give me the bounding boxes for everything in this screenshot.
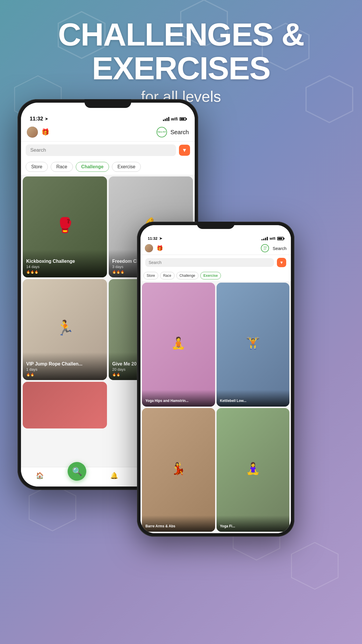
gift-icon-small[interactable]: 🎁 (157, 245, 163, 251)
search-container-small: ▼ (140, 255, 291, 270)
phone-small-notch (197, 222, 235, 229)
yes-fit-logo-small[interactable]: YESFIT (261, 244, 269, 252)
phone-notch (85, 99, 131, 108)
search-input[interactable] (26, 144, 176, 156)
svg-marker-6 (291, 542, 338, 589)
logo-text-small: YESFIT (263, 246, 267, 250)
card-jumprope[interactable]: VIP Jump Rope Challen... 1 days 🔥🔥 (23, 279, 107, 380)
category-tabs-small: Store Race Challenge Exercise (140, 270, 291, 281)
location-icon-small: ➤ (159, 236, 162, 241)
time-display-small: 11:32 (148, 236, 157, 241)
tab-exercise[interactable]: Exercise (112, 162, 141, 172)
nav-home[interactable]: 🏠 (36, 472, 44, 480)
location-icon: ➤ (45, 117, 48, 121)
exercise-grid: Yoga Hips and Hamstrin... Kettlebell Low… (140, 281, 291, 533)
tab-store[interactable]: Store (26, 162, 48, 172)
card-title-yogaf: Yoga Fi... (220, 524, 286, 528)
card-title-kettlebell: Kettlebell Low... (220, 399, 286, 403)
battery-icon-small (277, 237, 284, 240)
card-duration: 1 days (26, 367, 103, 372)
tab-race-small[interactable]: Race (160, 272, 175, 279)
gift-icon[interactable]: 🎁 (41, 128, 49, 136)
wifi-icon: wifi (171, 117, 178, 121)
hero-title: CHALLENGES & EXERCISES (0, 18, 362, 85)
signal-icon (163, 117, 169, 121)
status-right: wifi (163, 117, 186, 121)
home-icon: 🏠 (36, 472, 44, 480)
tab-challenge-small[interactable]: Challenge (176, 272, 198, 279)
avatar-small[interactable] (145, 244, 153, 252)
search-input-small[interactable] (145, 258, 274, 267)
tab-challenge[interactable]: Challenge (76, 162, 109, 172)
signal-icon-small (261, 237, 268, 240)
phone-small-screen: 11:32 ➤ wifi 🎁 (140, 225, 291, 533)
tab-store-small[interactable]: Store (143, 272, 158, 279)
card-difficulty: 🔥🔥🔥 (26, 270, 103, 274)
search-icon: 🔍 (72, 467, 82, 476)
app-header: 🎁 YES FIT Search (21, 124, 195, 141)
status-left: 11:32 ➤ (30, 116, 48, 122)
card-difficulty: 🔥🔥 (26, 373, 103, 377)
app-header-small: 🎁 YESFIT Search (140, 242, 291, 255)
card-barre[interactable]: Barre Arms & Abs (142, 408, 215, 532)
card-title-yoga: Yoga Hips and Hamstrin... (145, 399, 212, 403)
time-display: 11:32 (30, 116, 43, 122)
card-yogaf[interactable]: Yoga Fi... (217, 408, 290, 532)
bell-icon: 🔔 (110, 472, 118, 480)
category-tabs: Store Race Challenge Exercise (21, 159, 195, 175)
card-yoga[interactable]: Yoga Hips and Hamstrin... (142, 283, 215, 407)
header-title: Search (171, 129, 189, 136)
nav-search-button[interactable]: 🔍 (68, 462, 86, 481)
card-title: Kickboxing Challenge (26, 258, 103, 264)
filter-icon[interactable]: ▼ (179, 145, 190, 156)
hero-section: CHALLENGES & EXERCISES for all levels (0, 18, 362, 105)
filter-icon-small[interactable]: ▼ (277, 258, 286, 267)
battery-icon (180, 117, 186, 121)
avatar[interactable] (27, 127, 38, 138)
nav-notifications[interactable]: 🔔 (110, 472, 118, 480)
svg-marker-7 (29, 484, 76, 531)
tab-exercise-small[interactable]: Exercise (200, 272, 221, 279)
card-title-barre: Barre Arms & Abs (145, 524, 212, 528)
card-title: VIP Jump Rope Challen... (26, 361, 103, 367)
card-duration: 14 days (26, 265, 103, 269)
header-title-small: Search (273, 246, 287, 251)
card-kettlebell[interactable]: Kettlebell Low... (217, 283, 290, 407)
phone-small: 11:32 ➤ wifi 🎁 (137, 222, 294, 537)
logo-text: YES FIT (157, 131, 166, 134)
card-kickboxing[interactable]: Kickboxing Challenge 14 days 🔥🔥🔥 (23, 176, 107, 277)
tab-race[interactable]: Race (51, 162, 73, 172)
wifi-icon-small: wifi (270, 237, 275, 241)
search-container: ▼ (21, 141, 195, 159)
card-partial[interactable] (23, 382, 107, 428)
yes-fit-logo[interactable]: YES FIT (157, 127, 167, 137)
